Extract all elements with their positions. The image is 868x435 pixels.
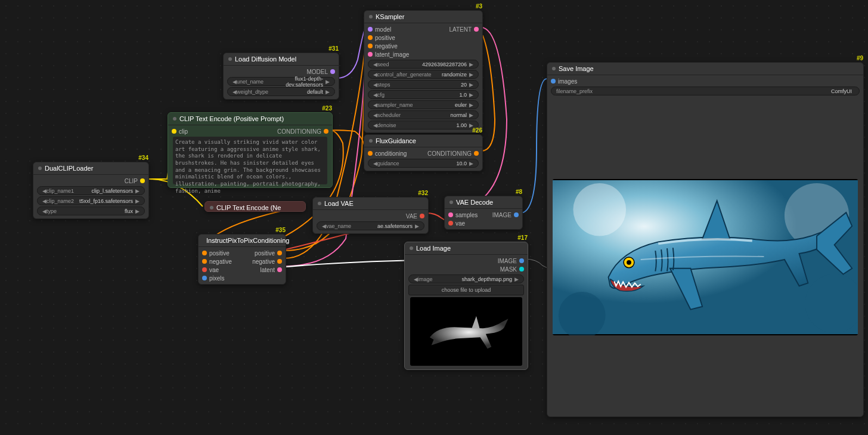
node-flux-guidance[interactable]: #26 FluxGuidance conditioningCONDITIONIN… [364, 134, 483, 171]
node-dualcliploader[interactable]: #34 DualCLIPLoader CLIP ◀clip_name1clip_… [33, 162, 149, 219]
node-ksampler[interactable]: #3 KSampler modelLATENT positive negativ… [364, 10, 483, 133]
widget-seed[interactable]: ◀seed429263982287206▶ [368, 60, 479, 69]
output-preview [553, 179, 858, 335]
node-load-image[interactable]: #17 Load Image IMAGE MASK ◀imageshark_de… [404, 242, 528, 370]
svg-point-7 [627, 260, 631, 265]
node-load-diffusion-model[interactable]: #31 Load Diffusion Model MODEL ◀unet_nam… [223, 53, 339, 100]
widget-unet-name[interactable]: ◀unet_nameflux1-depth-dev.safetensors▶ [227, 77, 335, 86]
widget-vae-name[interactable]: ◀vae_nameae.safetensors▶ [317, 221, 424, 230]
node-instruct-pix2pix-conditioning[interactable]: #35 InstructPixToPixConditioning positiv… [198, 234, 286, 285]
widget-clip-name2[interactable]: ◀clip_name2t5xxl_fp16.safetensors▶ [37, 196, 145, 205]
widget-filename-prefix[interactable]: filename_prefixComfyUI [551, 87, 860, 95]
widget-control-after-generate[interactable]: ◀control_after_generaterandomize▶ [368, 70, 479, 79]
node-vae-decode[interactable]: #8 VAE Decode samplesIMAGE vae [444, 196, 523, 230]
widget-image[interactable]: ◀imageshark_depthmap.png▶ [408, 274, 524, 283]
prompt-textarea[interactable]: Create a visually striking vivid water c… [173, 137, 327, 184]
node-save-image[interactable]: #9 Save Image images filename_prefixComf… [547, 62, 864, 417]
widget-weight-dtype[interactable]: ◀weight_dtypedefault▶ [227, 87, 335, 96]
upload-button[interactable]: choose file to upload [408, 285, 524, 295]
svg-point-2 [573, 183, 626, 236]
widget-guidance[interactable]: ◀guidance10.0▶ [368, 159, 479, 168]
widget-denoise[interactable]: ◀denoise1.00▶ [368, 121, 479, 129]
widget-scheduler[interactable]: ◀schedulernormal▶ [368, 110, 479, 119]
widget-steps[interactable]: ◀steps20▶ [368, 80, 479, 89]
node-load-vae[interactable]: #32 Load VAE VAE ◀vae_nameae.safetensors… [312, 197, 429, 234]
widget-type[interactable]: ◀typeflux▶ [37, 206, 145, 215]
node-clip-text-encode-negative[interactable]: #7 CLIP Text Encode (Ne [204, 201, 306, 212]
node-clip-text-encode-positive[interactable]: #23 CLIP Text Encode (Positive Prompt) c… [168, 112, 333, 188]
widget-cfg[interactable]: ◀cfg1.0▶ [368, 90, 479, 99]
widget-sampler-name[interactable]: ◀sampler_nameeuler▶ [368, 100, 479, 109]
depthmap-preview [410, 297, 522, 366]
widget-clip-name1[interactable]: ◀clip_name1clip_l.safetensors▶ [37, 186, 145, 195]
